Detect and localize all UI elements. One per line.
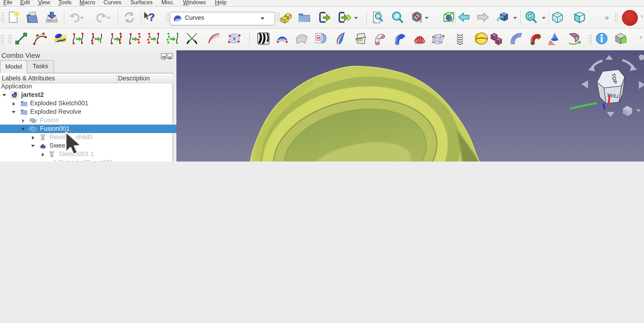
svg-text:?: ?	[148, 11, 155, 23]
